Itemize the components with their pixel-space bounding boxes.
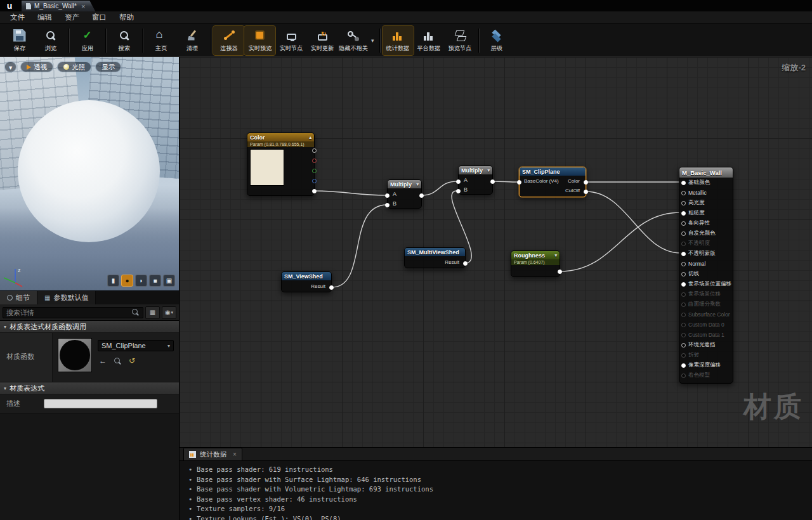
mesh-sphere-button[interactable]: ● bbox=[121, 275, 133, 287]
node-m-basic-wall[interactable]: M_Basic_Wall 基础颜色 Metallic 高光度 粗糙度 各向异性 bbox=[679, 167, 733, 384]
input-pin-a[interactable] bbox=[456, 179, 461, 184]
reset-icon[interactable]: ↺ bbox=[129, 356, 135, 365]
material-function-select[interactable]: SM_ClipPlane ▾ bbox=[98, 340, 174, 351]
close-icon[interactable]: × bbox=[233, 451, 237, 458]
stats-button[interactable]: 统计数据 bbox=[383, 26, 414, 55]
pin-icon[interactable] bbox=[681, 292, 686, 297]
node-sm-viewshed[interactable]: SM_ViewShed Result bbox=[281, 271, 332, 292]
live-nodes-button[interactable]: 实时节点 bbox=[275, 26, 306, 55]
pin-icon[interactable] bbox=[681, 181, 686, 185]
pin-icon[interactable] bbox=[681, 201, 686, 205]
collapse-icon[interactable]: ▴ bbox=[309, 135, 311, 140]
chevron-down-icon: ▾ bbox=[171, 310, 174, 315]
tab-parameter-defaults[interactable]: ▦ 参数默认值 bbox=[37, 291, 96, 304]
output-pin[interactable] bbox=[558, 270, 562, 274]
node-sm-clipplane[interactable]: SM_ClipPlane BaseColor (V4) Color CutOff bbox=[519, 167, 586, 197]
pin-icon[interactable] bbox=[681, 333, 686, 337]
browse-to-asset-icon[interactable] bbox=[114, 357, 122, 365]
output-pin-cutoff[interactable] bbox=[584, 190, 588, 194]
menu-asset[interactable]: 资产 bbox=[58, 13, 86, 22]
platform-stats-button[interactable]: 平台数据 bbox=[414, 26, 445, 55]
output-pin-b[interactable] bbox=[312, 179, 317, 183]
lit-button[interactable]: 光照 bbox=[57, 62, 91, 72]
browse-button[interactable]: 浏览 bbox=[35, 26, 66, 55]
output-pin-g[interactable] bbox=[312, 169, 317, 173]
home-button[interactable]: 主页 bbox=[145, 26, 176, 55]
node-sm-multiviewshed[interactable]: SM_MultiViewShed Result bbox=[404, 247, 466, 268]
section-material-function-call[interactable]: ▾ 材质表达式材质函数调用 bbox=[0, 321, 179, 333]
node-color-param[interactable]: Color ▴ Param (0.81,0.788,0.655,1) bbox=[247, 133, 315, 196]
pin-icon[interactable] bbox=[681, 262, 686, 266]
preview-viewport[interactable]: ▾ 透视 光照 显示 ▮ ● ◗ ■ ▣ bbox=[0, 57, 179, 290]
pin-icon[interactable] bbox=[681, 191, 686, 195]
perspective-button[interactable]: 透视 bbox=[20, 62, 53, 72]
input-pin-b[interactable] bbox=[385, 203, 390, 207]
output-pin[interactable] bbox=[490, 179, 495, 184]
pin-icon[interactable] bbox=[681, 242, 686, 246]
save-button[interactable]: 保存 bbox=[4, 26, 35, 55]
mesh-custom-button[interactable]: ▣ bbox=[163, 275, 175, 287]
pin-icon[interactable] bbox=[681, 302, 686, 307]
close-icon[interactable]: × bbox=[81, 3, 85, 10]
viewport-options-button[interactable]: ▾ bbox=[4, 62, 16, 72]
input-pin-b[interactable] bbox=[456, 189, 461, 193]
pin-icon[interactable] bbox=[681, 221, 686, 226]
menu-window[interactable]: 窗口 bbox=[86, 13, 113, 22]
node-roughness-param[interactable]: Roughness ▾ Param (0.6407) bbox=[511, 250, 560, 277]
hide-unrelated-dropdown[interactable]: ▾ bbox=[369, 37, 377, 44]
collapse-icon[interactable]: ▾ bbox=[487, 168, 490, 173]
pin-icon[interactable] bbox=[681, 353, 686, 358]
pin-icon[interactable] bbox=[681, 252, 686, 256]
collapse-icon[interactable]: ▾ bbox=[416, 182, 419, 187]
mesh-cylinder-button[interactable]: ▮ bbox=[107, 275, 119, 287]
pin-icon[interactable] bbox=[681, 272, 686, 276]
node-multiply-1[interactable]: Multiply ▾ A B bbox=[387, 179, 422, 209]
document-tab[interactable]: M_Basic_Wall* × bbox=[22, 1, 95, 11]
preview-nodes-button[interactable]: 预览节点 bbox=[445, 26, 476, 55]
collapse-icon[interactable]: ▾ bbox=[554, 253, 557, 258]
output-pin-color[interactable] bbox=[584, 180, 588, 185]
output-pin-result[interactable] bbox=[463, 261, 468, 266]
live-preview-button[interactable]: 实时预览 bbox=[244, 26, 275, 55]
mesh-cube-button[interactable]: ■ bbox=[149, 275, 161, 287]
pin-icon[interactable] bbox=[681, 363, 686, 368]
search-input[interactable] bbox=[6, 309, 131, 316]
material-function-thumbnail[interactable] bbox=[58, 338, 92, 372]
clean-button[interactable]: 清理 bbox=[176, 26, 207, 55]
output-pin-r[interactable] bbox=[312, 159, 317, 163]
show-button[interactable]: 显示 bbox=[95, 62, 121, 72]
node-multiply-2[interactable]: Multiply ▾ A B bbox=[458, 166, 493, 195]
mesh-plane-button[interactable]: ◗ bbox=[135, 275, 147, 287]
tab-details[interactable]: 细节 bbox=[0, 291, 37, 304]
pin-icon[interactable] bbox=[681, 374, 686, 378]
apply-button[interactable]: 应用 bbox=[72, 26, 103, 55]
output-pin-a[interactable] bbox=[312, 189, 317, 193]
search-button[interactable]: 搜索 bbox=[108, 26, 140, 55]
section-material-expression[interactable]: ▾ 材质表达式 bbox=[0, 382, 179, 394]
pin-icon[interactable] bbox=[681, 231, 686, 236]
property-matrix-button[interactable]: ▦ bbox=[145, 306, 160, 319]
use-selected-icon[interactable]: ← bbox=[99, 356, 107, 365]
pin-icon[interactable] bbox=[681, 313, 686, 317]
menu-help[interactable]: 帮助 bbox=[113, 13, 140, 22]
output-pin-result[interactable] bbox=[329, 285, 334, 290]
material-graph-canvas[interactable]: Color ▴ Param (0.81,0.788,0.655,1) SM_Vi… bbox=[180, 57, 812, 447]
connectors-button[interactable]: 连接器 bbox=[213, 26, 244, 55]
tab-stats[interactable]: 统计数据 × bbox=[183, 448, 242, 460]
hierarchy-button[interactable]: 层级 bbox=[481, 26, 513, 55]
color-swatch[interactable] bbox=[250, 149, 284, 186]
output-pin-rgba[interactable] bbox=[312, 148, 317, 153]
view-options-button[interactable]: ◉ ▾ bbox=[162, 306, 176, 319]
description-input[interactable] bbox=[44, 399, 157, 408]
output-pin[interactable] bbox=[419, 193, 424, 198]
pin-icon[interactable] bbox=[681, 343, 686, 348]
input-pin-basecolor[interactable] bbox=[517, 180, 521, 185]
pin-icon[interactable] bbox=[681, 282, 686, 287]
pin-icon[interactable] bbox=[681, 323, 686, 327]
live-update-button[interactable]: 实时更新 bbox=[306, 26, 337, 55]
menu-file[interactable]: 文件 bbox=[4, 13, 31, 22]
input-pin-a[interactable] bbox=[385, 193, 390, 198]
pin-icon[interactable] bbox=[681, 211, 686, 216]
menu-edit[interactable]: 编辑 bbox=[31, 13, 58, 22]
hide-unrelated-button[interactable]: 隐藏不相关 bbox=[337, 26, 369, 55]
